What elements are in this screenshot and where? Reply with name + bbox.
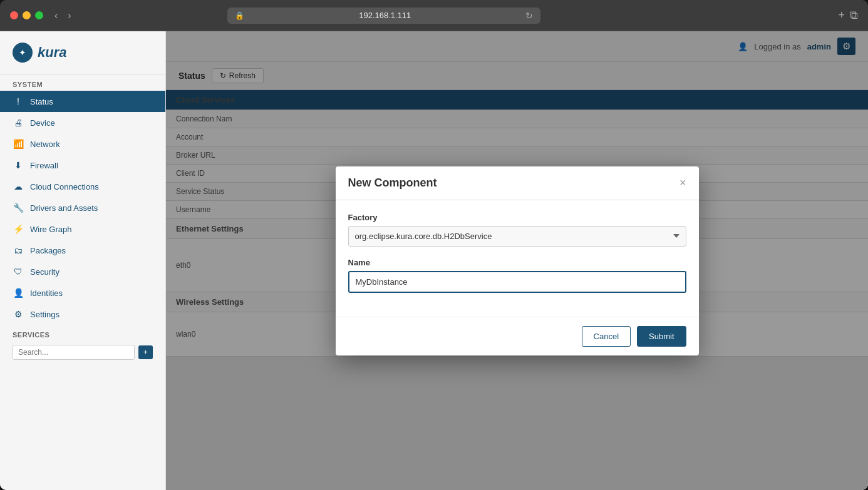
sidebar-item-label-wire: Wire Graph (30, 225, 71, 234)
modal-body: Factory org.eclipse.kura.core.db.H2DbSer… (336, 200, 699, 317)
address-bar[interactable]: 🔒 192.168.1.111 ↻ (227, 8, 540, 24)
name-form-group: Name (348, 258, 686, 293)
identities-icon: 👤 (13, 288, 24, 298)
forward-button[interactable]: › (64, 9, 75, 23)
services-search-area: + (0, 341, 165, 364)
status-icon: ! (13, 96, 24, 106)
lock-icon: 🔒 (235, 11, 244, 20)
sidebar-item-label-settings: Settings (30, 310, 59, 319)
system-section-label: System (0, 74, 165, 91)
sidebar-item-network[interactable]: 📶 Network (0, 133, 165, 155)
logo: ✦ kura (0, 31, 165, 74)
new-tab-button[interactable]: + (838, 9, 845, 22)
services-section-label: Services (0, 325, 165, 341)
packages-icon: 🗂 (13, 245, 24, 255)
sidebar-item-label-device: Device (30, 118, 55, 128)
sidebar-item-label-cloud: Cloud Connections (30, 182, 99, 191)
sidebar-item-security[interactable]: 🛡 Security (0, 261, 165, 282)
sidebar-item-label-drivers: Drivers and Assets (30, 203, 98, 213)
sidebar-item-status[interactable]: ! Status (0, 91, 165, 112)
modal-footer: Cancel Submit (336, 317, 699, 355)
sidebar-item-label-network: Network (30, 140, 60, 149)
factory-select[interactable]: org.eclipse.kura.core.db.H2DbService (348, 226, 686, 247)
firewall-icon: ⬇ (13, 160, 24, 170)
modal-title: New Component (348, 176, 437, 190)
sidebar-item-settings[interactable]: ⚙ Settings (0, 304, 165, 325)
sidebar-item-label-security: Security (30, 267, 59, 277)
reload-button[interactable]: ↻ (525, 11, 533, 21)
sidebar-item-drivers-and-assets[interactable]: 🔧 Drivers and Assets (0, 197, 165, 218)
sidebar-item-wire-graph[interactable]: ⚡ Wire Graph (0, 218, 165, 240)
sidebar-item-cloud-connections[interactable]: ☁ Cloud Connections (0, 176, 165, 197)
settings-icon: ⚙ (13, 309, 24, 319)
cloud-icon: ☁ (13, 181, 24, 191)
name-label: Name (348, 258, 686, 267)
close-button[interactable] (10, 11, 18, 19)
modal-overlay: New Component × Factory org.eclipse.kura… (166, 31, 868, 490)
services-add-button[interactable]: + (138, 345, 153, 359)
wire-icon: ⚡ (13, 224, 24, 234)
back-button[interactable]: ‹ (51, 9, 61, 23)
minimize-button[interactable] (23, 11, 31, 19)
factory-label: Factory (348, 213, 686, 222)
services-search-input[interactable] (13, 345, 135, 360)
sidebar-item-label-firewall: Firewall (30, 161, 58, 170)
sidebar-item-identities[interactable]: 👤 Identities (0, 282, 165, 304)
modal-close-button[interactable]: × (679, 177, 686, 188)
sidebar-item-label-packages: Packages (30, 246, 66, 255)
name-input[interactable] (348, 271, 686, 293)
traffic-lights (10, 11, 43, 19)
sidebar: ✦ kura System ! Status 🖨 Device 📶 Networ… (0, 31, 166, 490)
device-icon: 🖨 (13, 118, 24, 128)
sidebar-item-firewall[interactable]: ⬇ Firewall (0, 155, 165, 176)
logo-text: kura (38, 44, 66, 61)
factory-form-group: Factory org.eclipse.kura.core.db.H2DbSer… (348, 213, 686, 247)
maximize-button[interactable] (35, 11, 43, 19)
sidebar-item-packages[interactable]: 🗂 Packages (0, 240, 165, 261)
new-component-modal: New Component × Factory org.eclipse.kura… (336, 166, 699, 355)
tab-overview-button[interactable]: ⧉ (850, 9, 858, 22)
cancel-button[interactable]: Cancel (582, 326, 631, 347)
modal-header: New Component × (336, 166, 699, 200)
security-icon: 🛡 (13, 267, 24, 277)
address-text: 192.168.1.111 (248, 11, 522, 20)
drivers-icon: 🔧 (13, 203, 24, 213)
sidebar-item-label-identities: Identities (30, 288, 63, 298)
sidebar-item-device[interactable]: 🖨 Device (0, 112, 165, 133)
network-icon: 📶 (13, 139, 24, 149)
logo-icon: ✦ (13, 43, 33, 63)
submit-button[interactable]: Submit (637, 326, 686, 347)
sidebar-item-label-status: Status (30, 97, 53, 106)
